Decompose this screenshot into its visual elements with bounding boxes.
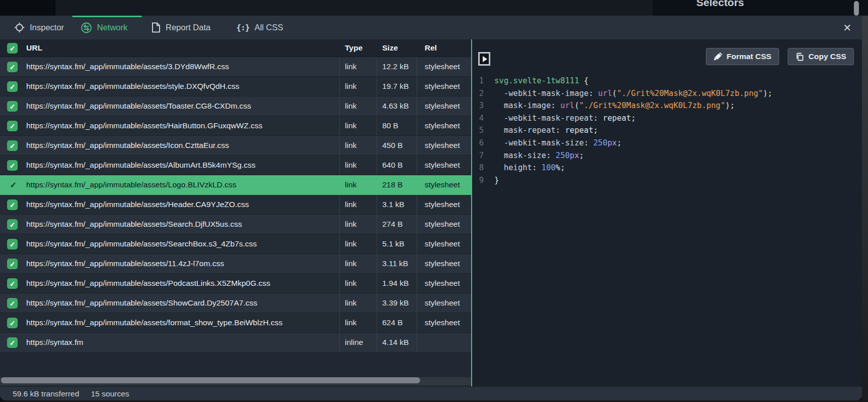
crosshair-icon [14,22,25,33]
type-cell: link [345,175,356,194]
url-cell: https://syntax.fm/_app/immutable/assets/… [26,313,282,332]
tab-network[interactable]: Network [81,16,128,39]
rel-cell: stylesheet [425,313,460,332]
line-number: 1 [472,75,484,87]
column-separator [339,57,340,76]
size-cell: 3.11 kB [382,254,408,273]
row-checkbox[interactable]: ✓ [7,121,18,131]
column-separator [417,333,417,352]
url-cell: https://syntax.fm/_app/immutable/assets/… [26,274,270,293]
horizontal-scrollbar-track[interactable] [0,377,471,385]
line-number: 8 [472,162,484,174]
column-header-type[interactable]: Type [345,39,363,57]
column-separator [339,215,340,234]
copy-css-button[interactable]: Copy CSS [788,48,854,65]
collapse-pane-icon[interactable] [478,52,490,66]
column-separator [417,57,417,76]
rel-cell: stylesheet [425,136,460,155]
backdrop-page-left [0,0,56,16]
table-row[interactable]: ✓https://syntax.fm/_app/immutable/assets… [0,96,471,116]
row-checkbox[interactable]: ✓ [7,62,18,72]
table-row[interactable]: ✓https://syntax.fm/_app/immutable/assets… [0,57,471,77]
row-checkbox[interactable]: ✓ [7,101,18,112]
row-checkbox[interactable]: ✓ [7,298,18,309]
url-cell: https://syntax.fm/_app/immutable/assets/… [26,116,263,135]
row-checkbox[interactable]: ✓ [7,140,18,151]
column-header-rel[interactable]: Rel [425,39,437,57]
code-line: 6 -webkit-mask-size: 250px; [472,137,773,149]
horizontal-scrollbar-thumb[interactable] [1,377,420,383]
column-separator [377,215,377,234]
table-row[interactable]: ✓https://syntax.fm/_app/immutable/assets… [0,293,471,313]
line-number: 4 [472,112,484,125]
url-cell: https://syntax.fm/_app/immutable/assets/… [26,57,229,76]
select-all-checkbox[interactable]: ✓ [7,43,18,54]
rel-cell: stylesheet [425,274,460,293]
column-separator [339,254,340,273]
row-checkbox[interactable]: ✓ [7,160,18,171]
rel-cell: stylesheet [425,293,460,313]
type-cell: link [345,274,356,293]
rel-cell: stylesheet [425,57,460,76]
size-cell: 1.94 kB [382,274,409,293]
line-number: 2 [472,87,484,100]
type-cell: link [345,156,356,175]
url-cell: https://syntax.fm [26,333,83,352]
size-cell: 12.2 kB [382,57,409,76]
size-cell: 3.1 kB [382,195,404,214]
column-separator [417,274,417,293]
row-checkbox[interactable]: ✓ [7,199,18,210]
size-cell: 5.1 kB [382,234,404,254]
table-row[interactable]: ✓https://syntax.fm/_app/immutable/assets… [0,254,471,274]
table-row[interactable]: ✓https://syntax.fm/_app/immutable/assets… [0,195,471,215]
braces-icon: {:} [236,23,249,32]
column-header-url[interactable]: URL [26,39,42,57]
size-cell: 274 B [382,215,403,234]
css-code-block[interactable]: 1svg.svelte-1tw8111 {2 -webkit-mask-imag… [472,75,773,186]
tab-bar: Inspector Network Report Data [0,16,862,39]
row-checkbox[interactable]: ✓ [7,81,18,92]
row-checkbox[interactable]: ✓ [8,180,19,190]
table-row[interactable]: ✓https://syntax.fm/_app/immutable/assets… [0,136,471,156]
type-cell: link [345,116,356,135]
table-row[interactable]: ✓https://syntax.fm/_app/immutable/assets… [0,156,471,175]
row-checkbox[interactable]: ✓ [7,278,18,289]
code-line: 3 mask-image: url("./Grit%20Mask@2x.wqK0… [472,99,773,112]
column-separator [339,156,340,175]
row-checkbox[interactable]: ✓ [7,239,18,249]
row-checkbox[interactable]: ✓ [7,318,18,328]
table-row[interactable]: ✓https://syntax.fm/_app/immutable/assets… [0,274,471,293]
url-cell: https://syntax.fm/_app/immutable/assets/… [26,234,257,254]
table-row[interactable]: ✓https://syntax.fm/_app/immutable/assets… [0,234,471,254]
page-vertical-scrollbar[interactable] [854,1,859,16]
tab-inspector[interactable]: Inspector [14,16,64,39]
size-cell: 218 B [382,175,403,194]
table-row[interactable]: ✓https://syntax.fm/_app/immutable/assets… [0,116,471,136]
css-source-pane: Format CSS Copy CSS 1svg.svelte-1tw8111 … [472,39,862,386]
table-row[interactable]: ✓https://syntax.fm/_app/immutable/assets… [0,175,471,195]
row-checkbox[interactable]: ✓ [7,259,18,269]
type-cell: link [345,136,356,155]
tab-all-css-label: All CSS [254,23,283,32]
tab-report-data[interactable]: Report Data [151,16,211,39]
url-cell: https://syntax.fm/_app/immutable/assets/… [26,195,249,214]
code-line: 7 mask-size: 250px; [472,149,773,162]
line-content: svg.svelte-1tw8111 { [494,75,589,87]
row-checkbox[interactable]: ✓ [7,337,18,348]
table-row[interactable]: ✓https://syntax.fm/_app/immutable/assets… [0,215,471,234]
size-cell: 4.14 kB [382,333,409,352]
line-content: } [494,174,499,187]
format-css-button[interactable]: Format CSS [706,48,779,65]
row-checkbox[interactable]: ✓ [7,219,18,230]
tab-all-css[interactable]: {:} All CSS [236,16,283,39]
url-cell: https://syntax.fm/_app/immutable/assets/… [26,215,242,234]
column-header-size[interactable]: Size [382,39,398,57]
type-cell: link [345,254,356,273]
table-row[interactable]: ✓https://syntax.fm/_app/immutable/assets… [0,77,471,96]
close-icon[interactable]: ✕ [840,21,854,35]
column-separator [339,77,340,96]
table-row[interactable]: ✓https://syntax.fminline4.14 kB [0,333,471,353]
table-row[interactable]: ✓https://syntax.fm/_app/immutable/assets… [0,313,471,333]
line-content: height: 100%; [494,162,565,174]
copy-css-label: Copy CSS [808,52,846,61]
